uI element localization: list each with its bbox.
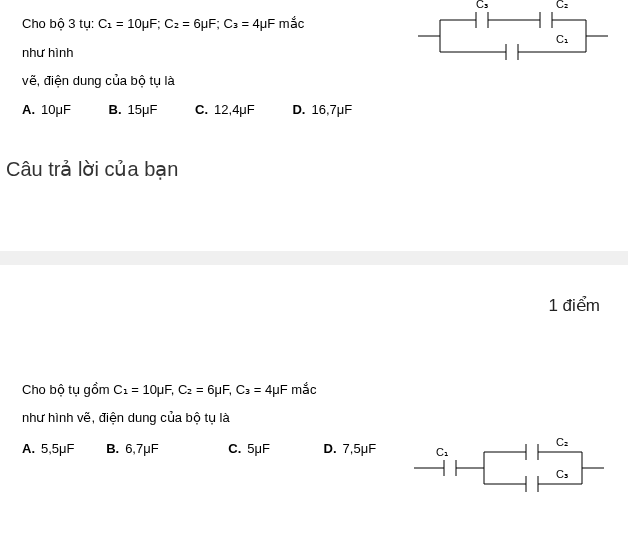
q1-options: A.10μF B.15μF C.12,4μF D.16,7μF bbox=[22, 102, 606, 117]
q2-text: Cho bộ tụ gồm C₁ = 10μF, C₂ = 6μF, C₃ = … bbox=[22, 376, 322, 433]
c3-label: C₃ bbox=[476, 0, 488, 11]
circuit1-svg bbox=[418, 6, 608, 66]
q1-option-c[interactable]: C.12,4μF bbox=[195, 102, 261, 117]
section-divider bbox=[0, 251, 628, 265]
c2-label-2: C₂ bbox=[556, 436, 568, 449]
q2-option-a[interactable]: A.5,5μF bbox=[22, 441, 81, 456]
q2-option-c[interactable]: C.5μF bbox=[228, 441, 276, 456]
q2-option-b[interactable]: B.6,7μF bbox=[106, 441, 165, 456]
q1-line1: Cho bộ 3 tụ: C₁ = 10μF; C₂ = 6μF; C₃ = 4… bbox=[22, 16, 304, 60]
q1-line2: vẽ, điện dung của bộ tụ là bbox=[22, 73, 175, 88]
q1-option-b[interactable]: B.15μF bbox=[109, 102, 164, 117]
points-label: 1 điểm bbox=[0, 265, 628, 326]
c3-label-2: C₃ bbox=[556, 468, 568, 481]
answer-prompt[interactable]: Câu trả lời của bạn bbox=[0, 127, 628, 191]
q1-option-d[interactable]: D.16,7μF bbox=[292, 102, 358, 117]
circuit-diagram-1: C₃ C₂ C₁ bbox=[418, 6, 608, 66]
circuit-diagram-2: C₁ C₂ C₃ bbox=[414, 440, 604, 496]
c2-label: C₂ bbox=[556, 0, 568, 11]
q2-option-d[interactable]: D.7,5μF bbox=[324, 441, 383, 456]
q2-line2: như hình vẽ, điện dung của bộ tụ là bbox=[22, 410, 230, 425]
c1-label-2: C₁ bbox=[436, 446, 448, 459]
q1-option-a[interactable]: A.10μF bbox=[22, 102, 77, 117]
q1-text: Cho bộ 3 tụ: C₁ = 10μF; C₂ = 6μF; C₃ = 4… bbox=[22, 10, 322, 96]
c1-label: C₁ bbox=[556, 33, 568, 46]
q2-line1: Cho bộ tụ gồm C₁ = 10μF, C₂ = 6μF, C₃ = … bbox=[22, 382, 317, 397]
